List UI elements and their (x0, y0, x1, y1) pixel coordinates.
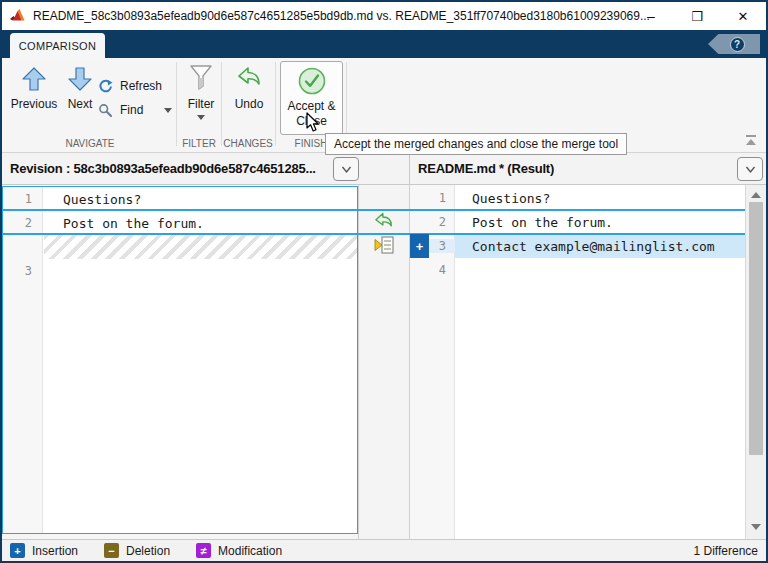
difference-count: 1 Difference (694, 544, 758, 558)
refresh-icon (98, 79, 113, 94)
line-text: Questions? (43, 192, 141, 207)
scroll-up-icon[interactable] (751, 192, 761, 198)
refresh-button[interactable]: Refresh (98, 74, 172, 98)
window-controls: – ❒ ✕ (628, 2, 766, 30)
missing-line-hatch (44, 235, 357, 259)
right-line-4: 4 (410, 258, 745, 282)
insertion-legend-label: Insertion (32, 544, 78, 558)
left-line-1: 1 Questions? (3, 187, 357, 211)
line-number: 2 (410, 215, 455, 229)
group-label-navigate: NAVIGATE (8, 138, 172, 149)
next-label: Next (68, 97, 93, 111)
left-line-2: 2 Post on the forum. (3, 211, 357, 235)
filter-label: Filter (188, 97, 215, 111)
window-title: README_58c3b0893a5efeadb90d6e587c4651285… (33, 9, 650, 23)
right-line-3-inserted: 3 Contact example@mailinglist.com (410, 234, 745, 258)
matlab-logo-icon (9, 8, 26, 25)
merge-action-gutter (358, 185, 410, 539)
diff-boundary-line-top (2, 209, 745, 211)
maximize-icon: ❒ (691, 9, 703, 24)
left-line-3: 3 (3, 259, 357, 283)
find-dropdown-icon[interactable] (164, 108, 172, 113)
legend-modification: ≠ Modification (196, 543, 282, 558)
close-button[interactable]: ✕ (720, 2, 766, 30)
line-text: Post on the forum. (43, 216, 204, 231)
arrow-down-icon (67, 66, 93, 92)
title-bar: README_58c3b0893a5efeadb90d6e587c4651285… (2, 2, 766, 30)
tooltip: Accept the merged changes and close the … (325, 133, 627, 155)
merge-tool-window: README_58c3b0893a5efeadb90d6e587c4651285… (0, 0, 768, 563)
ribbon-separator (275, 62, 276, 146)
ribbon-tab-bar: COMPARISON ? (2, 30, 766, 58)
insertion-legend-icon: + (10, 543, 25, 558)
right-line-2: 2 Post on the forum. (410, 210, 745, 234)
tab-comparison[interactable]: COMPARISON (10, 33, 105, 58)
search-icon (98, 103, 113, 118)
deletion-legend-icon: − (104, 543, 119, 558)
line-number: 2 (3, 216, 43, 230)
collapse-ribbon-icon[interactable] (744, 134, 758, 146)
left-file-pane[interactable]: 1 Questions? 2 Post on the forum. 3 (2, 186, 358, 534)
left-line-number-gutter (3, 187, 43, 533)
line-text: Post on the forum. (455, 210, 745, 234)
filter-dropdown-icon[interactable] (197, 115, 205, 120)
modification-legend-label: Modification (218, 544, 282, 558)
left-pane-dropdown-button[interactable] (333, 157, 359, 181)
group-label-filter: FILTER (178, 138, 220, 149)
maximize-button[interactable]: ❒ (674, 2, 720, 30)
filter-icon (188, 64, 214, 92)
arrow-up-icon (21, 66, 47, 92)
refresh-label: Refresh (120, 79, 162, 93)
next-button[interactable]: Next (60, 66, 100, 111)
scroll-down-icon[interactable] (751, 524, 761, 530)
line-text: Contact example@mailinglist.com (455, 234, 745, 258)
modification-legend-icon: ≠ (196, 543, 211, 558)
right-pane-header: README.md * (Result) (410, 153, 766, 184)
find-button[interactable]: Find (98, 98, 172, 122)
left-pane-title: Revision : 58c3b0893a5efeadb90d6e587c465… (10, 153, 316, 184)
find-label: Find (120, 103, 143, 117)
undo-icon (236, 66, 263, 92)
left-pane-header: Revision : 58c3b0893a5efeadb90d6e587c465… (2, 153, 410, 184)
right-pane-title: README.md * (Result) (418, 153, 554, 184)
minimize-button[interactable]: – (628, 2, 674, 30)
status-bar: + Insertion − Deletion ≠ Modification 1 … (2, 539, 766, 561)
accept-check-icon (297, 66, 327, 96)
previous-button[interactable]: Previous (8, 66, 60, 111)
legend-deletion: − Deletion (104, 543, 170, 558)
line-number: 1 (410, 191, 455, 205)
navigate-small-buttons: Refresh Find (98, 74, 172, 122)
line-number: 4 (410, 263, 455, 277)
chevron-down-icon (745, 165, 756, 174)
diff-editor: 1 Questions? 2 Post on the forum. 3 (2, 185, 766, 539)
right-file-pane[interactable]: 1 Questions? 2 Post on the forum. 3 Cont… (410, 185, 745, 539)
close-icon: ✕ (738, 9, 749, 24)
help-button[interactable]: ? (708, 34, 760, 54)
mouse-cursor (306, 112, 321, 133)
filter-button[interactable]: Filter (181, 64, 221, 120)
undo-label: Undo (235, 97, 264, 111)
group-label-changes: CHANGES (221, 138, 275, 149)
ribbon-separator (221, 62, 222, 146)
line-text: Questions? (455, 186, 745, 210)
ribbon-separator (176, 62, 177, 146)
insertion-badge: + (410, 234, 429, 258)
chevron-down-icon (341, 165, 352, 174)
undo-merge-icon[interactable] (373, 212, 395, 232)
vertical-scrollbar[interactable] (745, 185, 766, 539)
line-number: 3 (3, 264, 43, 278)
help-icon: ? (730, 37, 745, 52)
undo-button[interactable]: Undo (224, 66, 274, 111)
right-pane-dropdown-button[interactable] (737, 157, 763, 181)
tab-comparison-label: COMPARISON (19, 40, 96, 52)
deletion-legend-label: Deletion (126, 544, 170, 558)
legend-insertion: + Insertion (10, 543, 78, 558)
scrollbar-thumb[interactable] (749, 202, 763, 455)
pane-headers: Revision : 58c3b0893a5efeadb90d6e587c465… (2, 153, 766, 185)
right-line-1: 1 Questions? (410, 186, 745, 210)
merge-change-icon[interactable] (373, 236, 394, 254)
minimize-icon: – (647, 11, 655, 21)
line-text (455, 258, 745, 282)
previous-label: Previous (11, 97, 58, 111)
accept-close-label-line1: Accept & (287, 99, 335, 113)
